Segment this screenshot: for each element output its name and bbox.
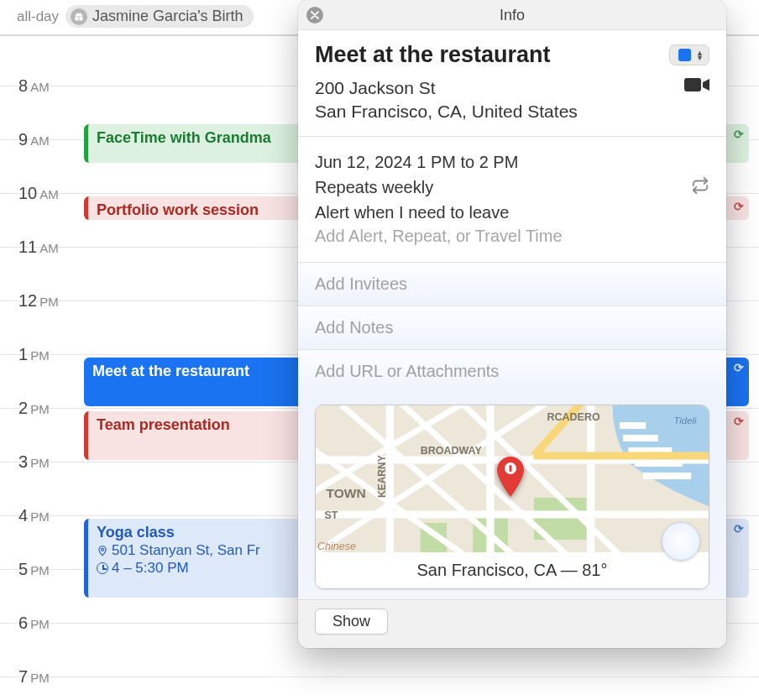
add-notes-row[interactable]: Add Notes xyxy=(298,306,726,349)
svg-point-0 xyxy=(102,548,104,551)
calendar-color-swatch xyxy=(678,49,691,61)
chevron-updown-icon: ▲▼ xyxy=(696,50,704,60)
hour-label: 2PM xyxy=(18,399,50,418)
hour-label: 6PM xyxy=(18,614,50,633)
repeat-icon: ⟳ xyxy=(734,361,744,374)
event-title: Portfolio work session xyxy=(97,201,259,218)
street-label: Tideli xyxy=(673,415,697,426)
event-time: 4 – 5:30 PM xyxy=(112,560,189,577)
popover-title: Info xyxy=(500,7,525,24)
map-card[interactable]: BROADWAY KEARNY TOWN ST Chinese RCADERO … xyxy=(315,405,709,589)
gift-icon xyxy=(71,8,87,25)
svg-rect-6 xyxy=(620,422,646,429)
event-title[interactable]: Meet at the restaurant xyxy=(315,42,551,68)
repeat-icon: ⟳ xyxy=(734,200,744,213)
add-alert-repeat-travel[interactable]: Add Alert, Repeat, or Travel Time xyxy=(315,227,709,246)
svg-rect-1 xyxy=(684,78,701,91)
event-location[interactable]: 200 Jackson St San Francisco, CA, United… xyxy=(315,76,578,124)
show-button[interactable]: Show xyxy=(315,609,388,635)
street-label: BROADWAY xyxy=(421,445,482,457)
street-label: ST xyxy=(324,509,338,521)
compass-icon[interactable] xyxy=(662,522,700,561)
calendar-picker[interactable]: ▲▼ xyxy=(669,44,709,65)
pin-icon xyxy=(97,545,108,556)
hour-label: 11AM xyxy=(18,238,59,257)
hour-label: 8AM xyxy=(18,76,50,96)
hour-label: 7PM xyxy=(18,667,50,687)
svg-rect-10 xyxy=(643,473,691,479)
hour-label: 9AM xyxy=(18,130,50,149)
repeat-icon xyxy=(691,176,709,199)
event-alert[interactable]: Alert when I need to leave xyxy=(315,203,709,222)
event-title: Meet at the restaurant xyxy=(92,363,249,379)
add-url-row[interactable]: Add URL or Attachments xyxy=(298,349,726,393)
repeat-icon: ⟳ xyxy=(734,128,744,141)
street-label: TOWN xyxy=(326,486,365,500)
allday-event-chip[interactable]: Jasmine Garcia's Birth xyxy=(65,5,254,28)
clock-icon xyxy=(97,562,108,574)
event-title: FaceTime with Grandma xyxy=(97,129,271,146)
hour-label: 1PM xyxy=(18,345,50,364)
street-label: KEARNY xyxy=(376,455,388,498)
popover-footer: Show xyxy=(298,599,726,648)
hour-label: 12PM xyxy=(18,291,59,311)
street-label: RCADERO xyxy=(547,411,600,423)
close-button[interactable] xyxy=(306,7,323,24)
map-canvas[interactable]: BROADWAY KEARNY TOWN ST Chinese RCADERO … xyxy=(316,405,709,552)
section-title-location: Meet at the restaurant ▲▼ 200 Jackson St… xyxy=(298,29,726,136)
hour-label: 4PM xyxy=(18,506,50,525)
repeat-icon: ⟳ xyxy=(734,415,744,428)
event-title: Team presentation xyxy=(97,416,230,433)
map-weather: San Francisco, CA — 81° xyxy=(316,552,709,588)
video-call-icon[interactable] xyxy=(684,76,709,93)
event-info-popover: Info Meet at the restaurant ▲▼ 200 Jacks… xyxy=(298,0,726,648)
event-datetime[interactable]: Jun 12, 2024 1 PM to 2 PM xyxy=(315,153,709,172)
section-time-repeat: Jun 12, 2024 1 PM to 2 PM Repeats weekly… xyxy=(298,136,726,262)
add-invitees-row[interactable]: Add Invitees xyxy=(298,262,726,306)
popover-header: Info xyxy=(298,0,726,29)
allday-label: all-day xyxy=(17,8,59,25)
hour-label: 5PM xyxy=(18,560,50,579)
svg-rect-7 xyxy=(623,435,658,441)
event-repeat[interactable]: Repeats weekly xyxy=(315,178,433,197)
repeat-icon: ⟳ xyxy=(734,522,744,535)
svg-rect-25 xyxy=(510,465,512,472)
street-label: Chinese xyxy=(317,541,356,552)
hour-label: 10AM xyxy=(18,184,59,203)
map-section: BROADWAY KEARNY TOWN ST Chinese RCADERO … xyxy=(298,393,726,599)
event-location: 501 Stanyan St, San Fr xyxy=(112,542,260,559)
map-pin-icon xyxy=(496,457,525,497)
allday-event-title: Jasmine Garcia's Birth xyxy=(92,8,243,25)
hour-label: 3PM xyxy=(18,452,50,472)
